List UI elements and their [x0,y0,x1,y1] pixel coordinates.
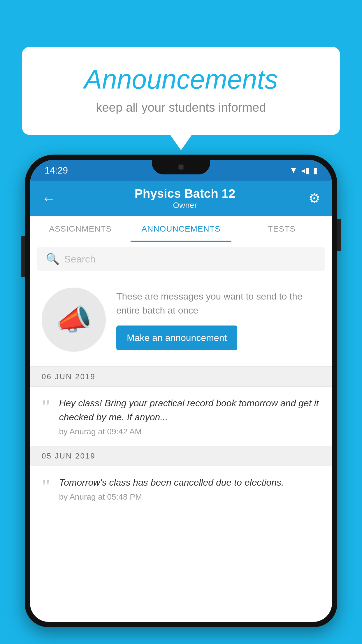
announcement-text-block-2: Tomorrow's class has been cancelled due … [59,475,320,502]
phone-outer-frame: 14:29 ▼ ◂▮ ▮ ← Physics Batch 12 Owner ⚙ [25,155,337,627]
megaphone-icon: 📣 [56,302,92,337]
quote-icon-2: " [42,478,50,495]
search-placeholder: Search [64,253,96,265]
date-separator-1: 06 JUN 2019 [30,367,332,387]
app-bar-title-section: Physics Batch 12 Owner [61,187,308,210]
status-bar: 14:29 ▼ ◂▮ ▮ [30,160,332,181]
announcement-message-2: Tomorrow's class has been cancelled due … [59,475,320,489]
date-separator-2: 05 JUN 2019 [30,446,332,466]
app-bar: ← Physics Batch 12 Owner ⚙ [30,181,332,216]
quote-icon-1: " [42,399,50,416]
megaphone-circle: 📣 [42,288,106,352]
announcement-item-1[interactable]: " Hey class! Bring your practical record… [30,387,332,446]
announcement-meta-1: by Anurag at 09:42 AM [59,427,320,436]
announcement-promo: 📣 These are messages you want to send to… [30,276,332,367]
notch [152,160,210,174]
wifi-icon: ▼ [289,166,298,175]
tab-bar: ASSIGNMENTS ANNOUNCEMENTS TESTS [30,216,332,242]
tab-assignments[interactable]: ASSIGNMENTS [30,216,131,242]
signal-icon: ◂▮ [301,166,310,175]
bubble-subtitle: keep all your students informed [45,101,317,115]
tab-announcements[interactable]: ANNOUNCEMENTS [131,216,231,242]
search-bar[interactable]: 🔍 Search [37,247,325,271]
battery-icon: ▮ [313,166,317,175]
bubble-title: Announcements [45,64,317,95]
search-bar-wrapper: 🔍 Search [30,242,332,276]
tab-tests[interactable]: TESTS [231,216,332,242]
app-bar-subtitle: Owner [61,201,308,210]
phone-screen: 14:29 ▼ ◂▮ ▮ ← Physics Batch 12 Owner ⚙ [30,160,332,622]
app-bar-title: Physics Batch 12 [61,187,308,201]
speech-bubble-section: Announcements keep all your students inf… [22,47,340,135]
promo-description: These are messages you want to send to t… [116,289,320,317]
settings-icon[interactable]: ⚙ [308,190,320,206]
camera-notch [178,164,184,170]
announcement-item-2[interactable]: " Tomorrow's class has been cancelled du… [30,466,332,511]
announcement-text-block-1: Hey class! Bring your practical record b… [59,396,320,436]
speech-bubble: Announcements keep all your students inf… [22,47,340,135]
back-button[interactable]: ← [42,190,56,206]
phone-mockup: 14:29 ▼ ◂▮ ▮ ← Physics Batch 12 Owner ⚙ [25,155,337,644]
make-announcement-button[interactable]: Make an announcement [116,326,237,350]
search-icon: 🔍 [46,253,59,265]
status-time: 14:29 [45,165,68,176]
status-icons: ▼ ◂▮ ▮ [289,166,317,175]
announcement-meta-2: by Anurag at 05:48 PM [59,492,320,502]
promo-content: These are messages you want to send to t… [116,289,320,350]
announcement-message-1: Hey class! Bring your practical record b… [59,396,320,424]
